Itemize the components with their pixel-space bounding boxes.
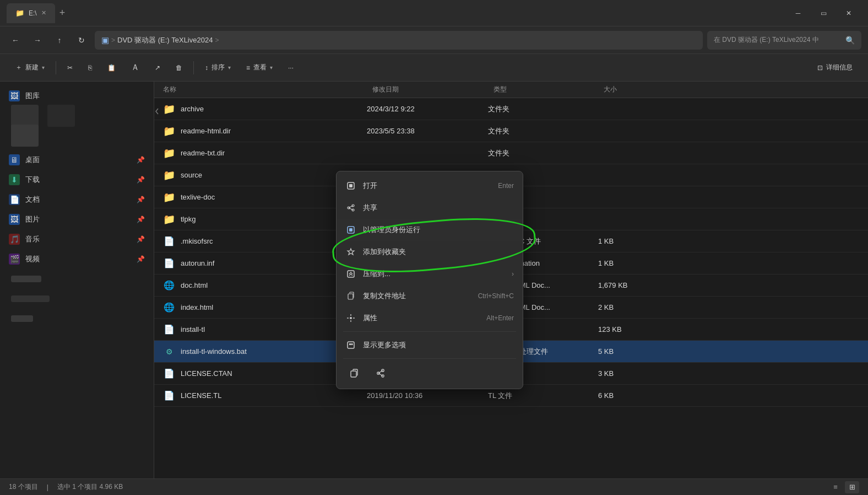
details-button[interactable]: ⊡ 详细信息	[811, 58, 859, 77]
file-type: 文件夹	[488, 148, 598, 158]
file-type: TL 文件	[488, 391, 598, 401]
up-button[interactable]: ↑	[51, 31, 68, 49]
sidebar-item-documents[interactable]: 📄 文档 📌	[0, 190, 154, 209]
ctx-compress-label: 压缩到...	[363, 269, 505, 279]
ctx-more[interactable]: 显示更多选项	[337, 334, 523, 356]
file-date: 2019/11/20 10:36	[367, 391, 488, 400]
sort-icon: ↕	[205, 64, 208, 72]
back-button[interactable]: ←	[7, 31, 24, 49]
sidebar-label-videos: 视频	[25, 254, 40, 264]
ctx-favorite[interactable]: 添加到收藏夹	[337, 241, 523, 263]
sidebar-item-videos[interactable]: 🎬 视频 📌	[0, 249, 154, 269]
close-button[interactable]: ✕	[836, 4, 861, 22]
cut-button[interactable]: ✂	[61, 58, 79, 77]
col-header-type[interactable]: 类型	[493, 85, 604, 94]
documents-pin-icon: 📌	[137, 196, 145, 203]
refresh-button[interactable]: ↻	[73, 31, 90, 49]
maximize-button[interactable]: ▭	[811, 4, 836, 22]
ctx-open-icon	[345, 180, 356, 191]
sidebar-item-thumb1[interactable]	[0, 106, 154, 126]
forward-button[interactable]: →	[29, 31, 46, 49]
ctx-open[interactable]: 打开 Enter	[337, 175, 523, 197]
search-bar[interactable]: 在 DVD 驱动器 (E:) TeXLive2024 中 🔍	[707, 31, 861, 50]
file-size: 1 KB	[598, 259, 859, 267]
ctx-bottom-share-icon[interactable]	[372, 364, 389, 382]
details-label: 详细信息	[826, 63, 853, 72]
paste-button[interactable]: 📋	[101, 58, 122, 77]
breadcrumb-path: DVD 驱动器 (E:) TeXLive2024	[117, 35, 213, 45]
toolbar: ＋ 新建 ▾ ✂ ⎘ 📋 Ａ ↗ 🗑 ↕ 排序 ▾ ≡ 查看 ▾ ··· ⊡ 详…	[0, 54, 868, 82]
file-date: 2023/5/5 23:38	[367, 127, 488, 135]
folder-icon: 📁	[163, 147, 175, 159]
ctx-divider	[343, 331, 516, 332]
ctx-bottom-copy-icon[interactable]	[345, 364, 363, 382]
ctx-compress-icon	[345, 268, 356, 279]
file-size: 123 KB	[598, 325, 859, 333]
more-button[interactable]: ···	[281, 58, 300, 77]
sidebar-item-extra1[interactable]	[0, 269, 154, 289]
file-icon: 📄	[163, 257, 175, 270]
ctx-bottom-row	[337, 361, 523, 385]
share-button[interactable]: ↗	[148, 58, 167, 77]
search-placeholder: 在 DVD 驱动器 (E:) TeXLive2024 中	[714, 35, 841, 45]
copy-button[interactable]: ⎘	[82, 58, 99, 77]
bat-file-icon: ⚙	[163, 346, 175, 358]
ctx-share-label: 共享	[363, 203, 514, 213]
ctx-share[interactable]: 共享	[337, 197, 523, 219]
pictures-pin-icon: 📌	[137, 216, 145, 223]
table-row[interactable]: 📁 readme-txt.dir 文件夹	[154, 142, 868, 164]
file-icon: 📄	[163, 324, 175, 336]
ctx-properties[interactable]: 属性 Alt+Enter	[337, 307, 523, 329]
list-view-button[interactable]: ≡	[828, 481, 843, 493]
music-pin-icon: 📌	[137, 235, 145, 243]
sidebar-item-extra3[interactable]	[0, 309, 154, 329]
context-menu: 打开 Enter 共享 以管理员身份运行 添	[336, 171, 523, 389]
table-row[interactable]: 📁 readme-html.dir 2023/5/5 23:38 文件夹	[154, 120, 868, 142]
table-row[interactable]: 📁 archive 2024/3/12 9:22 文件夹	[154, 98, 868, 120]
add-tab-button[interactable]: +	[59, 7, 66, 19]
file-date: 2024/3/12 9:22	[367, 105, 488, 113]
file-size: 1,679 KB	[598, 281, 859, 289]
delete-button[interactable]: 🗑	[169, 58, 189, 77]
search-icon[interactable]: 🔍	[845, 36, 855, 45]
new-button[interactable]: ＋ 新建 ▾	[9, 58, 51, 77]
col-header-name[interactable]: 名称	[163, 85, 372, 94]
file-type: 文件夹	[488, 104, 598, 114]
videos-pin-icon: 📌	[137, 255, 145, 263]
view-button[interactable]: ≡ 查看 ▾	[240, 58, 279, 77]
tab-close-button[interactable]: ✕	[41, 9, 46, 17]
sidebar-item-thumb2[interactable]	[0, 126, 154, 146]
file-name: readme-txt.dir	[181, 149, 367, 157]
ctx-share-icon	[345, 202, 356, 213]
rename-button[interactable]: Ａ	[124, 58, 146, 77]
sort-button[interactable]: ↕ 排序 ▾	[198, 58, 237, 77]
minimize-button[interactable]: ─	[785, 4, 811, 22]
sidebar-item-music[interactable]: 🎵 音乐 📌	[0, 229, 154, 249]
rename-icon: Ａ	[131, 62, 139, 73]
sidebar-item-extra2[interactable]	[0, 289, 154, 309]
paste-icon: 📋	[107, 64, 116, 72]
main-tab[interactable]: 📁 E:\ ✕	[7, 3, 55, 23]
col-header-date[interactable]: 修改日期	[372, 85, 493, 94]
ctx-compress[interactable]: 压缩到... ›	[337, 263, 523, 285]
svg-rect-15	[351, 371, 356, 377]
file-name: LICENSE.TL	[181, 391, 367, 400]
sidebar-item-downloads[interactable]: ⬇ 下载 📌	[0, 170, 154, 190]
sidebar-item-gallery[interactable]: 🖼 图库	[0, 86, 154, 106]
ctx-admin-run[interactable]: 以管理员身份运行	[337, 219, 523, 241]
col-header-size[interactable]: 大小	[604, 85, 859, 94]
grid-view-button[interactable]: ⊞	[845, 481, 859, 493]
ctx-more-label: 显示更多选项	[363, 340, 514, 350]
chrome-icon: 🌐	[163, 279, 175, 292]
sidebar-label-pictures: 图片	[25, 214, 40, 224]
svg-rect-1	[349, 184, 352, 187]
ctx-copy-path-icon	[345, 290, 356, 302]
svg-rect-10	[348, 294, 353, 299]
svg-rect-13	[349, 343, 351, 345]
ctx-copy-path[interactable]: 复制文件地址 Ctrl+Shift+C	[337, 285, 523, 307]
svg-point-11	[350, 317, 352, 319]
sidebar-item-pictures[interactable]: 🖼 图片 📌	[0, 209, 154, 229]
breadcrumb-bar[interactable]: ▣ > DVD 驱动器 (E:) TeXLive2024 >	[95, 31, 703, 50]
sidebar-item-desktop[interactable]: 🖥 桌面 📌	[0, 150, 154, 170]
panel-collapse-button[interactable]	[153, 106, 162, 117]
